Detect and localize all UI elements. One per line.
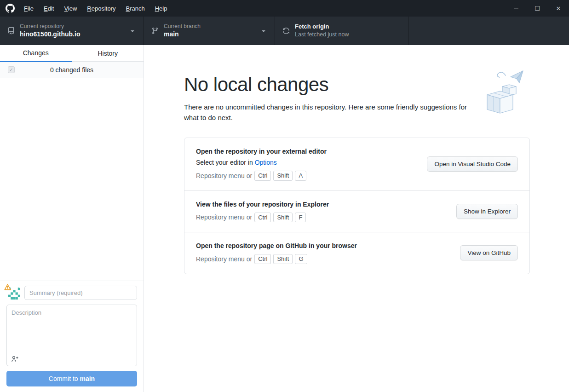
- suggestions-card: Open the repository in your external edi…: [184, 138, 530, 274]
- main-panel: No local changes There are no uncommitte…: [144, 45, 569, 392]
- summary-input[interactable]: [24, 286, 137, 300]
- tab-changes[interactable]: Changes: [0, 45, 72, 62]
- key-ctrl: Ctrl: [254, 213, 271, 223]
- key-shift: Shift: [273, 171, 293, 181]
- window-controls: ─ ☐ ✕: [506, 0, 569, 17]
- fetch-origin-status: Last fetched just now: [295, 31, 349, 39]
- options-link[interactable]: Options: [255, 159, 277, 166]
- commit-author: [6, 287, 20, 300]
- toolbar-spacer: [408, 17, 569, 45]
- current-branch-value: main: [164, 30, 201, 39]
- menubar: File Edit View Repository Branch Help: [19, 0, 172, 17]
- commit-button[interactable]: Commit to main: [6, 371, 137, 386]
- add-coauthor-button[interactable]: [11, 355, 19, 363]
- current-repository-value: hino61500.github.io: [20, 30, 80, 39]
- warning-triangle-icon: [4, 284, 11, 292]
- suggestion-open-editor: Open the repository in your external edi…: [184, 138, 529, 190]
- maximize-button[interactable]: ☐: [527, 0, 548, 17]
- repo-icon: [7, 27, 15, 35]
- no-changes-illustration-icon: [477, 69, 532, 116]
- description-input[interactable]: [7, 305, 137, 352]
- fetch-origin-label: Fetch origin: [295, 23, 349, 30]
- menu-view[interactable]: View: [59, 0, 82, 17]
- current-repository-label: Current repository: [20, 23, 80, 30]
- shortcut-hint: Repository menu or Ctrl Shift A: [196, 171, 327, 181]
- sidebar: Changes History 0 changed files: [0, 45, 144, 392]
- sidebar-tabs: Changes History: [0, 45, 144, 62]
- tab-history[interactable]: History: [72, 45, 144, 62]
- current-branch-label: Current branch: [164, 23, 201, 30]
- select-all-checkbox: [8, 66, 15, 73]
- current-repository-dropdown[interactable]: Current repository hino61500.github.io: [0, 17, 144, 45]
- description-box: [6, 305, 137, 366]
- close-button[interactable]: ✕: [548, 0, 569, 17]
- suggestion-view-on-github: Open the repository page on GitHub in yo…: [184, 232, 529, 274]
- toolbar: Current repository hino61500.github.io C…: [0, 17, 569, 45]
- shortcut-hint: Repository menu or Ctrl Shift F: [196, 213, 329, 223]
- open-in-vscode-button[interactable]: Open in Visual Studio Code: [427, 156, 518, 172]
- changed-files-count: 0 changed files: [50, 66, 93, 74]
- menu-help[interactable]: Help: [150, 0, 172, 17]
- key-ctrl: Ctrl: [254, 254, 271, 264]
- menu-edit[interactable]: Edit: [39, 0, 59, 17]
- menu-file[interactable]: File: [19, 0, 39, 17]
- key-f: F: [295, 213, 306, 223]
- menu-repository[interactable]: Repository: [82, 0, 121, 17]
- shortcut-hint: Repository menu or Ctrl Shift G: [196, 254, 357, 264]
- commit-form: Commit to main: [0, 281, 144, 392]
- github-desktop-window: File Edit View Repository Branch Help ─ …: [0, 0, 569, 392]
- git-branch-icon: [151, 27, 159, 35]
- menu-branch[interactable]: Branch: [121, 0, 149, 17]
- github-logo-icon: [6, 4, 15, 13]
- sync-icon: [282, 27, 290, 35]
- current-branch-dropdown[interactable]: Current branch main: [144, 17, 275, 45]
- minimize-button[interactable]: ─: [506, 0, 527, 17]
- key-shift: Shift: [273, 254, 293, 264]
- chevron-down-icon: [129, 27, 136, 35]
- suggestion-show-explorer: View the files of your repository in Exp…: [184, 190, 529, 232]
- suggestion-title: View the files of your repository in Exp…: [196, 201, 329, 208]
- show-in-explorer-button[interactable]: Show in Explorer: [456, 204, 518, 219]
- changes-file-list: [0, 78, 144, 281]
- key-g: G: [295, 254, 307, 264]
- page-subtitle: There are no uncommitted changes in this…: [184, 102, 473, 123]
- changed-files-header: 0 changed files: [0, 62, 144, 78]
- suggestion-title: Open the repository page on GitHub in yo…: [196, 242, 357, 249]
- person-add-icon: [11, 355, 19, 363]
- chevron-down-icon: [260, 27, 267, 35]
- key-a: A: [295, 171, 306, 181]
- titlebar: File Edit View Repository Branch Help ─ …: [0, 0, 569, 17]
- key-shift: Shift: [273, 213, 293, 223]
- fetch-origin-button[interactable]: Fetch origin Last fetched just now: [275, 17, 408, 45]
- view-on-github-button[interactable]: View on GitHub: [460, 245, 518, 260]
- editor-select-line: Select your editor in Options: [196, 159, 327, 166]
- key-ctrl: Ctrl: [254, 171, 271, 181]
- suggestion-title: Open the repository in your external edi…: [196, 148, 327, 155]
